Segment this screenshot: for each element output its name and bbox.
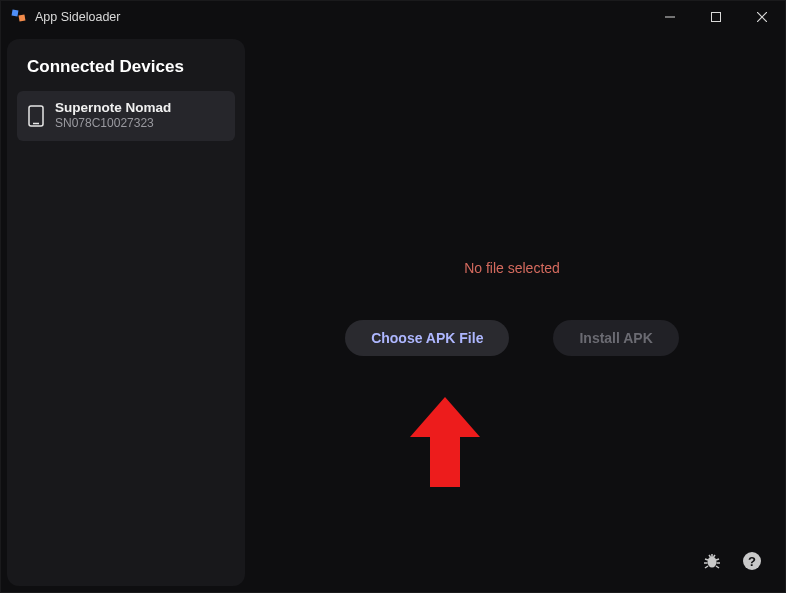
bottom-icons: ? [701,550,763,572]
hint-arrow-icon [410,397,480,487]
svg-marker-8 [410,397,480,487]
svg-line-17 [709,555,711,557]
svg-point-9 [708,557,717,568]
svg-line-18 [714,555,716,557]
svg-line-15 [705,566,708,568]
close-button[interactable] [739,1,785,33]
help-icon[interactable]: ? [741,550,763,572]
titlebar: App Sideloader [1,1,785,33]
sidebar-title: Connected Devices [13,53,239,91]
svg-line-11 [705,559,708,560]
svg-line-12 [716,559,719,560]
sidebar: Connected Devices Supernote Nomad SN078C… [7,39,245,586]
maximize-button[interactable] [693,1,739,33]
app-title: App Sideloader [35,10,120,24]
svg-rect-0 [12,10,19,17]
app-window: App Sideloader Connected Devices [0,0,786,593]
device-item[interactable]: Supernote Nomad SN078C10027323 [17,91,235,141]
svg-text:?: ? [748,554,756,569]
window-body: Connected Devices Supernote Nomad SN078C… [1,33,785,592]
svg-line-16 [716,566,719,568]
debug-icon[interactable] [701,550,723,572]
minimize-button[interactable] [647,1,693,33]
device-name: Supernote Nomad [55,100,171,116]
install-apk-button[interactable]: Install APK [553,320,678,356]
device-serial: SN078C10027323 [55,116,171,132]
main-panel: No file selected Choose APK File Install… [245,39,779,586]
device-text: Supernote Nomad SN078C10027323 [55,100,171,132]
status-text: No file selected [464,260,560,276]
svg-rect-3 [712,13,721,22]
app-icon [11,9,27,25]
choose-apk-button[interactable]: Choose APK File [345,320,509,356]
tablet-icon [27,103,45,129]
button-row: Choose APK File Install APK [345,320,679,356]
svg-rect-1 [19,15,26,22]
